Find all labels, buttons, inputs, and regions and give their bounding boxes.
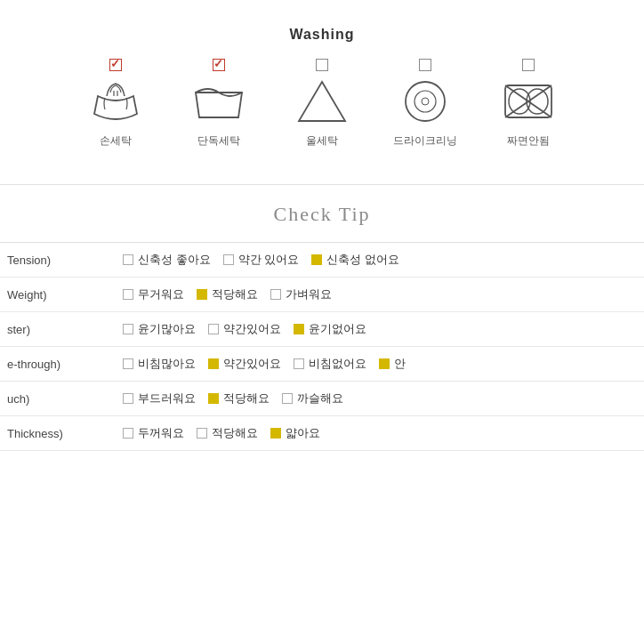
row-label: uch)	[0, 382, 116, 416]
checkbox-filled	[379, 358, 390, 369]
option-item: 까슬해요	[282, 390, 343, 407]
natural-dry-checkbox	[522, 59, 535, 71]
checkbox-filled	[294, 324, 304, 334]
row-options: 신축성 좋아요약간 있어요신축성 없어요	[116, 243, 644, 278]
natural-dry-icon	[500, 78, 557, 125]
checkbox-filled	[197, 289, 207, 300]
option-item: 윤기없어요	[294, 321, 366, 337]
washing-item-solo-wash: 단독세탁	[183, 59, 254, 149]
checkbox-filled	[311, 254, 322, 265]
option-item: 약간 있어요	[223, 252, 300, 268]
option-text: 적당해요	[223, 390, 270, 407]
option-item: 신축성 없어요	[311, 252, 399, 268]
checkbox-empty	[223, 254, 234, 265]
washing-item-natural-dry: 짜면안됨	[493, 59, 564, 149]
checkbox-empty	[123, 358, 133, 369]
washing-item-dry-clean: 드라이크리닝	[390, 59, 461, 149]
option-text: 약간있어요	[223, 356, 281, 372]
option-item: 윤기많아요	[123, 321, 196, 337]
option-text: 안	[394, 356, 406, 372]
checkbox-empty	[197, 428, 207, 439]
row-label: Thickness)	[0, 416, 116, 451]
checkbox-empty	[123, 428, 133, 439]
svg-point-1	[406, 82, 445, 121]
checktip-row: Tension)신축성 좋아요약간 있어요신축성 없어요	[0, 243, 644, 278]
checktip-section: Check Tip Tension)신축성 좋아요약간 있어요신축성 없어요We…	[0, 194, 644, 469]
checkbox-empty	[270, 289, 281, 300]
wool-wash-label: 울세탁	[306, 133, 338, 149]
row-label: e-through)	[0, 347, 116, 382]
solo-wash-icon	[190, 78, 247, 125]
row-options: 무거워요적당해요가벼워요	[116, 278, 644, 312]
option-item: 약간있어요	[208, 321, 281, 337]
checktip-row: uch)부드러워요적당해요까슬해요	[0, 382, 644, 416]
option-text: 부드러워요	[138, 390, 196, 407]
svg-marker-0	[299, 82, 345, 121]
checkbox-filled	[208, 358, 219, 369]
page: Washing 손세탁	[0, 0, 644, 644]
row-label: Tension)	[0, 243, 116, 278]
checktip-row: Thickness)두꺼워요적당해요얇아요	[0, 416, 644, 451]
option-item: 무거워요	[123, 286, 184, 302]
option-text: 까슬해요	[297, 390, 343, 407]
row-options: 두꺼워요적당해요얇아요	[116, 416, 644, 451]
option-text: 약간 있어요	[238, 252, 300, 268]
option-text: 두꺼워요	[138, 425, 184, 441]
checktip-table: Tension)신축성 좋아요약간 있어요신축성 없어요Weight)무거워요적…	[0, 242, 644, 451]
dry-clean-label: 드라이크리닝	[393, 133, 457, 149]
option-item: 적당해요	[208, 390, 270, 407]
row-options: 윤기많아요약간있어요윤기없어요	[116, 312, 644, 347]
washing-section: Washing 손세탁	[0, 18, 644, 175]
option-item: 안	[379, 356, 406, 372]
option-text: 신축성 없어요	[326, 252, 399, 268]
option-item: 적당해요	[197, 286, 258, 302]
svg-point-2	[415, 91, 436, 112]
checkbox-empty	[123, 254, 133, 265]
option-text: 윤기많아요	[138, 321, 196, 337]
row-options: 부드러워요적당해요까슬해요	[116, 382, 644, 416]
washing-title: Washing	[18, 27, 626, 43]
option-text: 얇아요	[286, 425, 320, 441]
wool-wash-icon	[294, 78, 350, 125]
svg-point-3	[422, 98, 429, 105]
option-text: 적당해요	[212, 286, 258, 302]
natural-dry-label: 짜면안됨	[507, 133, 550, 149]
option-text: 적당해요	[212, 425, 258, 441]
dry-clean-icon	[397, 78, 454, 125]
hand-wash-label: 손세탁	[100, 133, 132, 149]
hand-wash-icon	[87, 78, 144, 125]
checkbox-empty	[123, 324, 133, 334]
option-text: 비침없어요	[309, 356, 366, 372]
solo-wash-label: 단독세탁	[197, 133, 240, 149]
checkbox-empty	[294, 358, 304, 369]
row-label: ster)	[0, 312, 116, 347]
checktip-row: e-through)비침많아요약간있어요비침없어요안	[0, 347, 644, 382]
checkbox-empty	[123, 393, 133, 404]
checktip-title: Check Tip	[0, 203, 644, 226]
checkbox-empty	[282, 393, 293, 404]
option-item: 부드러워요	[123, 390, 196, 407]
row-label: Weight)	[0, 278, 116, 312]
option-text: 비침많아요	[138, 356, 196, 372]
checktip-row: Weight)무거워요적당해요가벼워요	[0, 278, 644, 312]
checkbox-filled	[270, 428, 281, 439]
option-item: 비침없어요	[294, 356, 366, 372]
option-text: 약간있어요	[223, 321, 281, 337]
checkbox-empty	[208, 324, 219, 334]
option-text: 윤기없어요	[309, 321, 366, 337]
checkbox-filled	[208, 393, 219, 404]
wool-wash-checkbox	[316, 59, 328, 71]
option-item: 두꺼워요	[123, 425, 184, 441]
section-divider	[0, 184, 644, 185]
option-item: 가벼워요	[270, 286, 332, 302]
option-text: 무거워요	[138, 286, 184, 302]
option-item: 얇아요	[270, 425, 320, 441]
option-item: 약간있어요	[208, 356, 281, 372]
checktip-row: ster)윤기많아요약간있어요윤기없어요	[0, 312, 644, 347]
option-item: 신축성 좋아요	[123, 252, 211, 268]
row-options: 비침많아요약간있어요비침없어요안	[116, 347, 644, 382]
solo-wash-checkbox	[213, 59, 225, 71]
washing-icons: 손세탁 단독세탁 울세탁	[18, 59, 626, 149]
option-item: 적당해요	[197, 425, 258, 441]
option-text: 가벼워요	[286, 286, 332, 302]
